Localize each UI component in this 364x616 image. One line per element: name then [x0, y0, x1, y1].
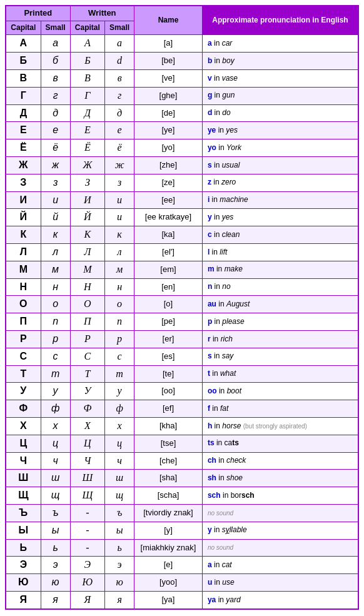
table-row: ГгГг[ghe]g in gun [6, 87, 358, 104]
printed-capital: Ц [6, 435, 41, 452]
printed-capital: Щ [6, 487, 41, 505]
printed-capital: Ъ [6, 505, 41, 522]
approx-pronunciation: g in gun [202, 87, 358, 104]
approx-pronunciation: ye in yes [202, 122, 358, 139]
printed-capital: У [6, 383, 41, 400]
approx-pronunciation: sh in shoe [202, 470, 358, 487]
written-small: ф [105, 400, 134, 418]
printed-capital: Т [6, 365, 41, 383]
printed-capital: Н [6, 278, 41, 296]
table-row: КкКк[ka]c in clean [6, 226, 358, 244]
printed-small: х [41, 418, 70, 435]
printed-small: я [41, 591, 70, 608]
written-small: ё [105, 139, 134, 157]
written-capital: Г [70, 87, 105, 104]
approx-pronunciation: no sound [202, 505, 358, 522]
printed-small: в [41, 70, 70, 88]
written-small: ж [105, 157, 134, 174]
table-row: ЯяЯя[ya]ya in yard [6, 591, 358, 608]
approx-pronunciation: m in make [202, 261, 358, 278]
letter-name: [de] [134, 104, 203, 122]
written-capital: - [70, 539, 105, 557]
approx-pronunciation: ya in yard [202, 591, 358, 608]
approx-pronunciation: y in yes [202, 209, 358, 226]
table-row: ТтТт[te]t in what [6, 365, 358, 383]
written-small: ь [105, 539, 134, 557]
printed-capital: Г [6, 87, 41, 104]
written-capital-header: Capital [70, 21, 105, 35]
written-capital: Т [70, 365, 105, 383]
approx-pronunciation: u in use [202, 574, 358, 592]
written-small: д [105, 104, 134, 122]
printed-small: п [41, 313, 70, 331]
written-small: ю [105, 574, 134, 592]
written-capital: С [70, 348, 105, 365]
letter-name: [tse] [134, 435, 203, 452]
letter-name: [ye] [134, 122, 203, 139]
letter-name: [scha] [134, 487, 203, 505]
written-small-header: Small [105, 21, 134, 35]
written-small: к [105, 226, 134, 244]
table-row: ХхХх[kha]h in horse (but strongly aspira… [6, 418, 358, 435]
approx-pronunciation: c in clean [202, 226, 358, 244]
table-row: ДдДд[de]d in do [6, 104, 358, 122]
approx-pronunciation: p in please [202, 313, 358, 331]
letter-name: [yo] [134, 139, 203, 157]
letter-name: [miakhkiy znak] [134, 539, 203, 557]
written-capital: О [70, 296, 105, 313]
printed-small: ф [41, 400, 70, 418]
printed-small: ё [41, 139, 70, 157]
printed-small: ж [41, 157, 70, 174]
written-capital: Э [70, 557, 105, 574]
letter-name: [em] [134, 261, 203, 278]
letter-name: [ee kratkaye] [134, 209, 203, 226]
table-row: ЁёЁё[yo]yo in York [6, 139, 358, 157]
letter-name: [sha] [134, 470, 203, 487]
printed-capital: Л [6, 244, 41, 261]
written-capital: Й [70, 209, 105, 226]
written-small: d [105, 53, 134, 70]
printed-capital: Э [6, 557, 41, 574]
name-header: Name [134, 6, 203, 35]
written-capital: А [70, 35, 105, 53]
printed-small: о [41, 296, 70, 313]
approx-pronunciation: h in horse (but strongly aspirated) [202, 418, 358, 435]
approx-pronunciation: a in cat [202, 557, 358, 574]
written-capital: Ф [70, 400, 105, 418]
printed-capital: А [6, 35, 41, 53]
printed-capital: М [6, 261, 41, 278]
printed-capital: Ь [6, 539, 41, 557]
printed-small: ы [41, 522, 70, 539]
written-small: э [105, 557, 134, 574]
printed-capital: Ш [6, 470, 41, 487]
table-row: ЦцЦц[tse]ts in cats [6, 435, 358, 452]
written-capital: Щ [70, 487, 105, 505]
written-capital: Е [70, 122, 105, 139]
written-capital: Ё [70, 139, 105, 157]
written-small: х [105, 418, 134, 435]
approx-pronunciation: ch in check [202, 452, 358, 470]
table-row: ЙйЙи[ee kratkaye]y in yes [6, 209, 358, 226]
printed-capital: Ф [6, 400, 41, 418]
letter-name: [kha] [134, 418, 203, 435]
printed-capital: Б [6, 53, 41, 70]
letter-name: [es] [134, 348, 203, 365]
written-small: л [105, 244, 134, 261]
printed-small: н [41, 278, 70, 296]
written-capital: Л [70, 244, 105, 261]
table-row: ЕеЕе[ye]ye in yes [6, 122, 358, 139]
printed-capital: Ч [6, 452, 41, 470]
letter-name: [e] [134, 557, 203, 574]
letter-name: [ya] [134, 591, 203, 608]
table-row: БбБd[be]b in boy [6, 53, 358, 70]
table-row: ЩщЩщ[scha]sch in borsch [6, 487, 358, 505]
letter-name: [en] [134, 278, 203, 296]
printed-small: щ [41, 487, 70, 505]
approx-pronunciation: b in boy [202, 53, 358, 70]
written-small: п [105, 313, 134, 331]
table-row: ЭэЭэ[e]a in cat [6, 557, 358, 574]
printed-small: ш [41, 470, 70, 487]
printed-small: т [41, 365, 70, 383]
written-small: ъ [105, 505, 134, 522]
letter-name: [ze] [134, 174, 203, 191]
